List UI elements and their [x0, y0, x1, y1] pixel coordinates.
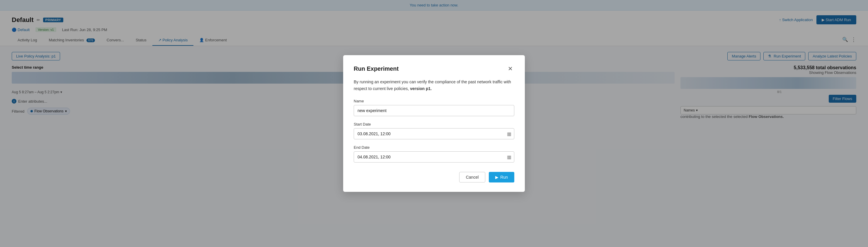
modal-footer: Cancel ▶ Run — [354, 172, 514, 183]
modal-title: Run Experiment — [354, 65, 399, 72]
close-icon: ✕ — [508, 65, 513, 72]
end-date-calendar-icon[interactable]: ▦ — [507, 154, 512, 160]
modal-description: By running an experiment you can verify … — [354, 79, 514, 92]
end-date-input[interactable] — [354, 152, 514, 163]
cancel-button[interactable]: Cancel — [459, 172, 486, 183]
name-input[interactable] — [354, 105, 514, 116]
start-date-form-group: Start Date ▦ — [354, 122, 514, 139]
start-date-calendar-icon[interactable]: ▦ — [507, 131, 512, 136]
modal-version: version p1. — [410, 86, 432, 91]
modal-close-button[interactable]: ✕ — [506, 64, 514, 73]
end-date-form-group: End Date ▦ — [354, 145, 514, 163]
name-label: Name — [354, 99, 514, 103]
run-button[interactable]: ▶ Run — [489, 172, 514, 183]
end-date-wrapper: ▦ — [354, 152, 514, 163]
modal-header: Run Experiment ✕ — [354, 64, 514, 73]
start-date-wrapper: ▦ — [354, 128, 514, 139]
end-date-label: End Date — [354, 145, 514, 149]
run-experiment-modal: Run Experiment ✕ By running an experimen… — [343, 55, 525, 192]
start-date-input[interactable] — [354, 128, 514, 139]
start-date-label: Start Date — [354, 122, 514, 127]
name-form-group: Name — [354, 99, 514, 116]
modal-overlay[interactable]: Run Experiment ✕ By running an experimen… — [0, 0, 868, 247]
run-icon: ▶ — [495, 175, 498, 180]
